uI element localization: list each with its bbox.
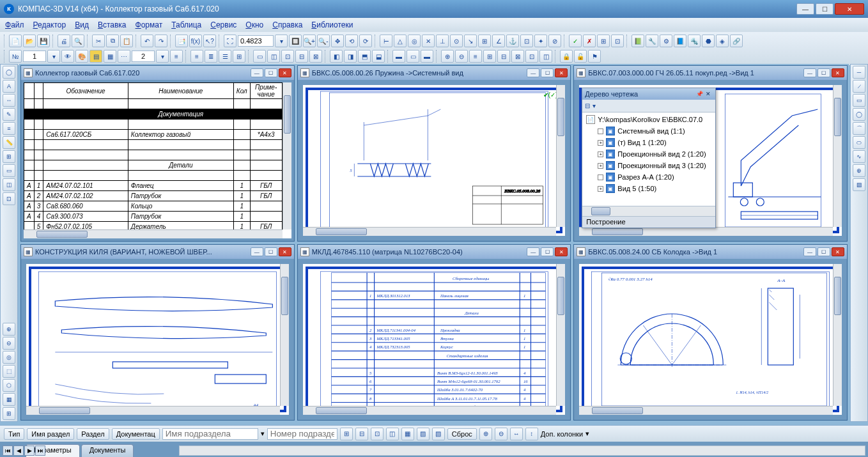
- sub-close-button[interactable]: ✕: [832, 247, 844, 256]
- sub-max-button[interactable]: ☐: [265, 247, 277, 256]
- prop-section-button[interactable]: Раздел: [77, 428, 109, 440]
- menu-file[interactable]: Файл: [5, 20, 24, 29]
- sub-max-button[interactable]: ☐: [541, 247, 554, 256]
- tree-item[interactable]: ▣Системный вид (1:1): [584, 125, 714, 137]
- menu-libraries[interactable]: Библиотеки: [311, 20, 353, 29]
- fx-icon[interactable]: f(x): [189, 35, 202, 47]
- layer-dd1-icon[interactable]: ▾: [47, 50, 60, 63]
- layer-no-icon[interactable]: №: [9, 50, 22, 63]
- spec-icon[interactable]: ⊞: [233, 50, 245, 63]
- tree-footer-tab[interactable]: Построение: [582, 216, 715, 228]
- bb-e-icon[interactable]: ▦: [401, 428, 414, 440]
- lib-d-icon[interactable]: 📘: [674, 35, 686, 47]
- snap-perp-icon[interactable]: ⊥: [436, 35, 449, 47]
- layer-input-1[interactable]: [23, 50, 46, 62]
- lib-f-icon[interactable]: ⬣: [702, 35, 715, 47]
- tree-close-icon[interactable]: ✕: [704, 89, 713, 98]
- tree-pin-icon[interactable]: 📌: [695, 89, 704, 98]
- scrollbar-horizontal[interactable]: [303, 406, 557, 415]
- t2-c-icon[interactable]: ⊡: [281, 50, 294, 63]
- menu-insert[interactable]: Вставка: [98, 20, 127, 29]
- t2-v-icon[interactable]: 🔓: [574, 50, 587, 63]
- rtool-h-icon[interactable]: ⊕: [853, 164, 865, 177]
- tree-tool-b-icon[interactable]: ▾: [593, 102, 596, 109]
- lib-c-icon[interactable]: ⚙: [660, 35, 672, 47]
- cancel-icon[interactable]: ✗: [583, 35, 596, 47]
- scrollbar-vertical[interactable]: [556, 264, 565, 406]
- scrollbar-horizontal[interactable]: [26, 406, 280, 415]
- drawing-canvas[interactable]: А4: [29, 267, 286, 412]
- open-icon[interactable]: 📂: [23, 35, 36, 47]
- t2-s-icon[interactable]: ⊡: [525, 50, 538, 63]
- zoom-dropdown-icon[interactable]: ▾: [275, 35, 288, 47]
- lib-a-icon[interactable]: 📗: [632, 35, 644, 47]
- snap-angle-icon[interactable]: ∠: [492, 35, 505, 47]
- scrollbar-vertical[interactable]: [280, 264, 289, 406]
- rtool-b-icon[interactable]: ⟋: [853, 80, 865, 93]
- tool-b-icon[interactable]: ⊡: [611, 35, 624, 47]
- sub-min-button[interactable]: —: [251, 247, 263, 256]
- align-l-icon[interactable]: ≡: [190, 50, 203, 63]
- subsection-name-input[interactable]: [162, 428, 258, 440]
- zoom-input[interactable]: [238, 35, 274, 47]
- scrollbar-vertical[interactable]: [833, 264, 842, 406]
- layer-lock-icon[interactable]: ▦: [104, 50, 116, 63]
- vtool-b-icon[interactable]: ◫: [3, 178, 15, 191]
- snap-near-icon[interactable]: ↘: [464, 35, 477, 47]
- vtool-meas-icon[interactable]: 📏: [3, 136, 15, 149]
- minimize-button[interactable]: —: [796, 3, 814, 15]
- t2-m-icon[interactable]: ⊕: [441, 50, 454, 63]
- tree-item[interactable]: +▣Вид 5 (1:50): [584, 183, 714, 194]
- sub-max-button[interactable]: ☐: [818, 68, 830, 77]
- sub-max-button[interactable]: ☐: [818, 247, 830, 256]
- t2-w-icon[interactable]: ⚑: [588, 50, 601, 63]
- layer-vis-icon[interactable]: 👁: [61, 50, 74, 63]
- menu-window[interactable]: Окно: [245, 20, 263, 29]
- snap-intersect-icon[interactable]: ✕: [422, 35, 435, 47]
- zoom-out-icon[interactable]: 🔍-: [317, 35, 330, 47]
- menu-edit[interactable]: Редактор: [33, 20, 66, 29]
- scrollbar-vertical[interactable]: [833, 85, 842, 227]
- snap-tangent-icon[interactable]: ⊙: [450, 35, 463, 47]
- menu-view[interactable]: Вид: [75, 20, 89, 29]
- vtool-param-icon[interactable]: ≡: [3, 122, 15, 135]
- menu-service[interactable]: Сервис: [210, 20, 236, 29]
- snap-mid-icon[interactable]: △: [394, 35, 407, 47]
- snap-grid-icon[interactable]: ⊞: [478, 35, 491, 47]
- tree-root[interactable]: 📄Y:\kompas\Korolkov E\БВКС.07.0: [584, 114, 714, 125]
- lib-h-icon[interactable]: 🔗: [730, 35, 743, 47]
- save-icon[interactable]: 💾: [37, 35, 50, 47]
- bb-i-icon[interactable]: ⊖: [495, 428, 508, 440]
- bottom-hscroll[interactable]: [179, 445, 865, 456]
- sub-close-button[interactable]: ✕: [279, 68, 291, 77]
- vtool-f-icon[interactable]: ◎: [3, 351, 15, 364]
- rtool-a-icon[interactable]: ─: [853, 66, 865, 79]
- t2-k-icon[interactable]: ▭: [407, 50, 419, 63]
- rtool-c-icon[interactable]: ▭: [853, 94, 865, 107]
- t2-h-icon[interactable]: ⬒: [358, 50, 371, 63]
- tool-a-icon[interactable]: ⊞: [597, 35, 610, 47]
- t2-n-icon[interactable]: ⊖: [455, 50, 468, 63]
- bb-c-icon[interactable]: ⊡: [371, 428, 384, 440]
- tree-tool-a-icon[interactable]: ⊟: [585, 102, 590, 109]
- t2-i-icon[interactable]: ⬓: [372, 50, 385, 63]
- layer-dd2-icon[interactable]: ▾: [156, 50, 169, 63]
- copy-icon[interactable]: ⧉: [106, 35, 119, 47]
- prop-documentation-button[interactable]: Документац: [112, 428, 160, 440]
- vtool-text-icon[interactable]: A: [3, 80, 15, 93]
- align-r-icon[interactable]: ☰: [219, 50, 231, 63]
- snap-center-icon[interactable]: ◎: [408, 35, 421, 47]
- vtool-g-icon[interactable]: ⬚: [3, 365, 15, 378]
- sub-min-button[interactable]: —: [803, 68, 816, 77]
- t2-e-icon[interactable]: ⊠: [309, 50, 322, 63]
- zoom-in-icon[interactable]: 🔍+: [303, 35, 316, 47]
- vtool-i-icon[interactable]: ▦: [3, 393, 15, 406]
- cursor-icon[interactable]: ↖?: [203, 35, 216, 47]
- tree-item[interactable]: +▣Проекционный вид 2 (1:20): [584, 148, 714, 160]
- vtool-a-icon[interactable]: ▭: [3, 164, 15, 177]
- layer-mgr-icon[interactable]: ≡: [170, 50, 183, 63]
- vtool-h-icon[interactable]: ⬡: [3, 379, 15, 392]
- redo-icon[interactable]: ↷: [155, 35, 167, 47]
- menu-format[interactable]: Формат: [136, 20, 163, 29]
- drawing-canvas[interactable]: А–А √Ra 0.77 0.001 3.27 h14 1. H14, h14,…: [582, 267, 839, 412]
